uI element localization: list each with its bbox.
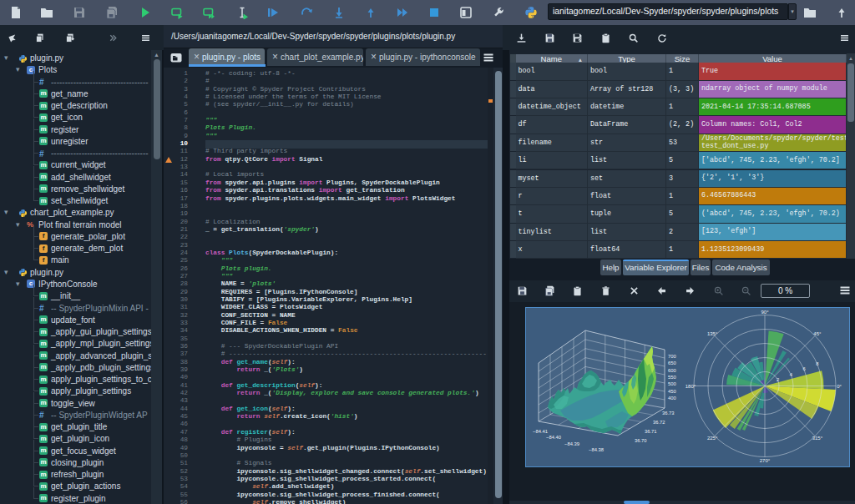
svg-text:0°: 0° <box>837 384 842 389</box>
svg-text:550: 550 <box>668 375 676 380</box>
svg-text:135°: 135° <box>707 331 718 336</box>
svg-text:36.70: 36.70 <box>635 438 647 443</box>
svg-text:500: 500 <box>668 381 676 386</box>
svg-text:45°: 45° <box>813 331 822 336</box>
svg-text:36.73: 36.73 <box>662 411 675 416</box>
svg-text:180°: 180° <box>686 384 696 389</box>
svg-text:−84.40: −84.40 <box>546 435 561 440</box>
svg-text:−84.41: −84.41 <box>533 429 548 434</box>
svg-text:650: 650 <box>668 360 676 365</box>
svg-text:600: 600 <box>668 368 676 373</box>
svg-text:36.71: 36.71 <box>645 429 657 434</box>
svg-text:225°: 225° <box>707 436 718 441</box>
svg-text:450: 450 <box>668 389 676 394</box>
svg-text:270°: 270° <box>760 458 771 463</box>
svg-text:400: 400 <box>668 396 676 401</box>
svg-text:2: 2 <box>777 377 779 382</box>
svg-text:36.72: 36.72 <box>653 420 665 425</box>
svg-text:−84.38: −84.38 <box>589 447 604 452</box>
svg-text:−84.39: −84.39 <box>564 441 579 446</box>
svg-text:6: 6 <box>802 366 805 371</box>
svg-text:8: 8 <box>816 361 818 366</box>
svg-text:315°: 315° <box>812 436 823 441</box>
svg-text:700: 700 <box>668 354 676 359</box>
svg-text:90°: 90° <box>761 310 769 315</box>
